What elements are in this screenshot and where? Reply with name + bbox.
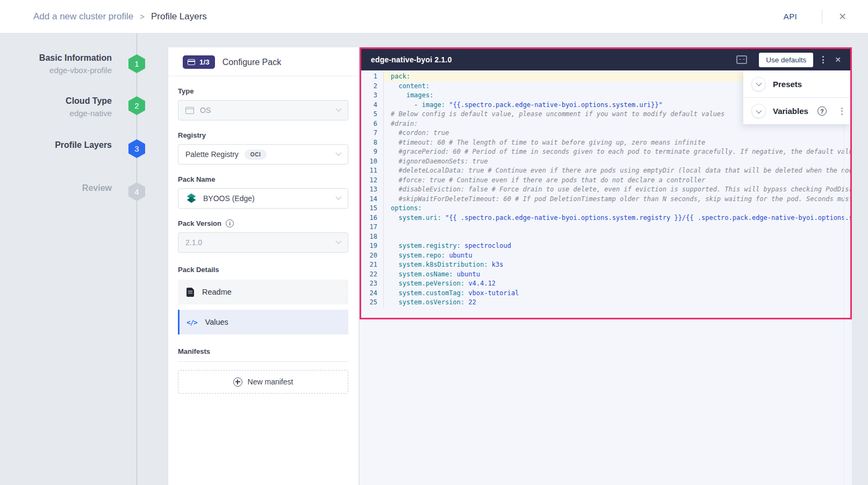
new-manifest-button[interactable]: New manifest: [178, 370, 348, 394]
pack-name-select[interactable]: BYOOS (Edge): [178, 188, 348, 209]
info-icon[interactable]: i: [226, 219, 234, 227]
code-line[interactable]: 13 #disableEviction: false # Force drain…: [361, 185, 850, 195]
line-number: 19: [361, 241, 384, 251]
line-number: 21: [361, 260, 384, 270]
code-text: system.peVersion: v4.4.12: [384, 279, 850, 289]
chevron-down-icon: [335, 194, 341, 200]
line-number: 23: [361, 279, 384, 289]
step-title: Profile Layers: [0, 139, 112, 151]
chevron-down-icon[interactable]: [751, 104, 766, 118]
close-icon[interactable]: ✕: [838, 11, 847, 23]
type-select: OS: [178, 100, 348, 120]
code-line[interactable]: 24 system.customTag: vbox-tutorial: [361, 289, 850, 298]
editor-close-icon[interactable]: ✕: [835, 55, 841, 64]
step-basic-information[interactable]: Basic Information edge-vbox-profile: [0, 52, 112, 76]
pack-version-value: 2.1.0: [185, 238, 202, 247]
os-icon: [185, 107, 194, 114]
line-number: 13: [361, 185, 384, 195]
panel-title: Configure Pack: [223, 58, 281, 67]
pack-name-value: BYOOS (Edge): [203, 194, 255, 203]
top-bar: Add a new cluster profile > Profile Laye…: [0, 0, 868, 33]
code-line[interactable]: 8 #timeout: 60 # The length of time to w…: [361, 138, 850, 148]
values-tab[interactable]: </> Values: [178, 310, 348, 334]
code-line[interactable]: 20 system.repo: ubuntu: [361, 251, 850, 261]
line-number: 22: [361, 270, 384, 280]
step-3-badge[interactable]: 3: [128, 139, 145, 158]
line-number: 5: [361, 110, 384, 119]
breadcrumb-parent-link[interactable]: Add a new cluster profile: [33, 11, 133, 22]
readme-label: Readme: [202, 288, 232, 296]
code-text: #timeout: 60 # The length of time to wai…: [384, 138, 850, 148]
line-number: 16: [361, 213, 384, 223]
code-text: system.registry: spectrocloud: [384, 241, 850, 251]
registry-label: Registry: [178, 131, 348, 139]
chevron-down-icon[interactable]: [751, 77, 766, 91]
code-text: #ignoreDaemonSets: true: [384, 157, 850, 167]
step-progress-badge: 1/3: [183, 55, 215, 69]
pack-name-label: Pack Name: [178, 175, 348, 183]
configure-pack-panel: 1/3 Configure Pack Type OS Registry Pale…: [168, 47, 358, 485]
code-line[interactable]: 21 system.k8sDistribution: k3s: [361, 260, 850, 270]
diff-view-icon[interactable]: [736, 55, 747, 64]
manifests-divider: [178, 361, 348, 362]
chevron-down-icon: [335, 150, 341, 156]
step-1-badge[interactable]: 1: [128, 54, 145, 73]
pack-form: Type OS Registry Palette Registry OCI Pa…: [168, 76, 358, 394]
presets-row[interactable]: Presets: [743, 70, 850, 97]
code-text: system.customTag: vbox-tutorial: [384, 289, 850, 298]
code-line[interactable]: 10 #ignoreDaemonSets: true: [361, 157, 850, 167]
step-4-badge[interactable]: 4: [128, 182, 145, 201]
plus-circle-icon: [233, 377, 242, 387]
editor-title: edge-native-byoi 2.1.0: [371, 55, 452, 64]
step-profile-layers[interactable]: Profile Layers: [0, 139, 112, 151]
step-2-badge[interactable]: 2: [128, 96, 145, 115]
code-text: system.repo: ubuntu: [384, 251, 850, 261]
question-icon[interactable]: ?: [817, 106, 827, 116]
code-line[interactable]: 23 system.peVersion: v4.4.12: [361, 279, 850, 289]
code-text: #cordon: true: [384, 129, 850, 138]
use-defaults-button[interactable]: Use defaults: [759, 53, 813, 67]
readme-tab[interactable]: Readme: [178, 280, 348, 304]
code-line[interactable]: 15options:: [361, 204, 850, 213]
code-line[interactable]: 12 #force: true # Continue even if there…: [361, 176, 850, 186]
values-label: Values: [205, 318, 228, 326]
add-cluster-profile-screen: Add a new cluster profile > Profile Laye…: [0, 0, 868, 485]
code-line[interactable]: 16 system.uri: "{{ .spectro.pack.edge-na…: [361, 213, 850, 223]
code-line[interactable]: 25 system.osVersion: 22: [361, 298, 850, 308]
step-subtitle: edge-native: [0, 107, 112, 119]
breadcrumb-separator: >: [140, 12, 145, 21]
code-line[interactable]: 9 #gracePeriod: 60 # Period of time in s…: [361, 147, 850, 157]
code-line[interactable]: 18: [361, 232, 850, 242]
editor-scrollbar-track[interactable]: [844, 70, 844, 485]
code-line[interactable]: 11 #deleteLocalData: true # Continue eve…: [361, 166, 850, 176]
variables-row[interactable]: Variables ?: [743, 97, 850, 124]
code-line[interactable]: 14 #skipWaitForDeleteTimeout: 60 # If po…: [361, 195, 850, 204]
code-line[interactable]: 19 system.registry: spectrocloud: [361, 241, 850, 251]
code-text: #gracePeriod: 60 # Period of time in sec…: [384, 147, 850, 157]
line-number: 8: [361, 138, 384, 148]
code-line[interactable]: 7 #cordon: true: [361, 129, 850, 138]
api-link[interactable]: API: [784, 12, 797, 21]
kebab-menu-icon[interactable]: [822, 56, 824, 63]
code-area[interactable]: 1pack:2 content:3 images:4 - image: "{{.…: [361, 70, 850, 485]
line-number: 25: [361, 298, 384, 308]
step-title: Basic Information: [0, 52, 112, 64]
code-line[interactable]: 22 system.osName: ubuntu: [361, 270, 850, 280]
line-number: 6: [361, 119, 384, 129]
document-icon: [186, 288, 194, 297]
line-number: 1: [361, 72, 384, 82]
registry-select[interactable]: Palette Registry OCI: [178, 144, 348, 165]
configure-pack-header: 1/3 Configure Pack: [168, 47, 358, 76]
step-review[interactable]: Review: [0, 182, 112, 194]
code-line[interactable]: 17: [361, 223, 850, 232]
code-text: #disableEviction: false # Force drain to…: [384, 185, 850, 195]
step-title: Review: [0, 182, 112, 194]
chevron-down-icon: [335, 106, 341, 112]
line-number: 4: [361, 101, 384, 110]
line-number: 18: [361, 232, 384, 242]
step-progress-text: 1/3: [199, 58, 210, 66]
header-divider: [822, 10, 822, 24]
code-text: system.k8sDistribution: k3s: [384, 260, 850, 270]
step-cloud-type[interactable]: Cloud Type edge-native: [0, 95, 112, 119]
kebab-menu-icon[interactable]: [841, 108, 843, 115]
